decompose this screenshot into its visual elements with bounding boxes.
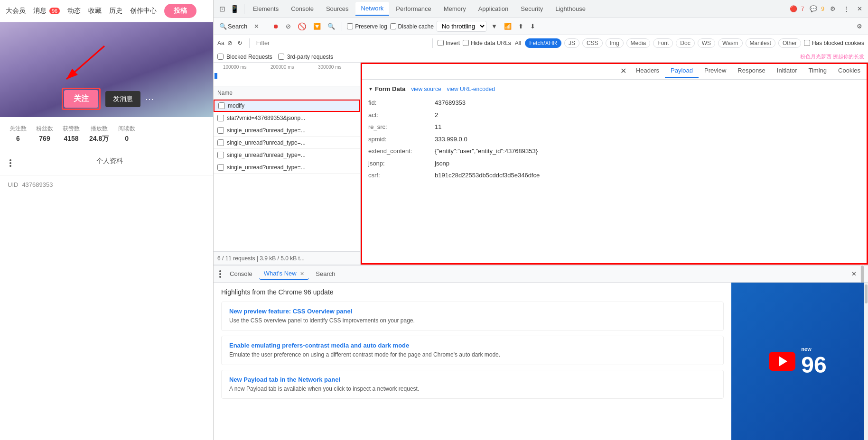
more-options-button[interactable]: ⋯ (145, 94, 154, 104)
bottom-panel-scroll[interactable] (860, 264, 864, 284)
has-blocked-cookies-label[interactable]: Has blocked cookies (804, 40, 864, 46)
nav-favorites[interactable]: 收藏 (88, 7, 102, 15)
bottom-tab-search[interactable]: Search (311, 268, 340, 279)
devtools-settings-right[interactable]: ⚙ (855, 21, 864, 32)
collapse-icon[interactable]: ▼ (368, 86, 373, 92)
invert-checkbox[interactable] (438, 40, 444, 46)
filter-fetch-xhr[interactable]: Fetch/XHR (525, 38, 561, 48)
view-url-encoded-link[interactable]: view URL-encoded (447, 86, 495, 92)
filter-img[interactable]: Img (606, 38, 624, 48)
tab-network[interactable]: Network (355, 2, 390, 16)
bottom-panel-handle[interactable] (217, 268, 223, 280)
third-party-label[interactable]: 3rd-party requests (278, 54, 333, 60)
filter-js[interactable]: JS (564, 38, 579, 48)
filter-ws[interactable]: WS (698, 38, 715, 48)
network-row-stat[interactable]: stat?vmid=437689353&jsonp... (214, 112, 360, 124)
chrome-update-link-2[interactable]: Enable emulating prefers-contrast media … (229, 342, 716, 349)
search-button[interactable]: 🔍 Search (217, 21, 249, 32)
more-tools-button[interactable]: ⋮ (841, 3, 851, 14)
nav-history[interactable]: 历史 (109, 7, 122, 15)
settings-button[interactable]: ⚙ (828, 3, 838, 14)
tab-lighthouse[interactable]: Lighthouse (550, 2, 591, 15)
tab-initiator[interactable]: Initiator (771, 64, 803, 78)
follow-button[interactable]: 关注 (64, 90, 98, 108)
row-checkbox-stat[interactable] (217, 115, 224, 121)
blocked-requests-label[interactable]: Blocked Requests (217, 54, 272, 60)
filter-button[interactable]: 🔽 (311, 21, 323, 32)
filter-manifest[interactable]: Manifest (746, 38, 775, 48)
network-row-unread1[interactable]: single_unread?unread_type=... (214, 124, 360, 137)
record-button[interactable]: ⏺ (271, 21, 281, 32)
tab-security[interactable]: Security (515, 2, 549, 15)
post-button[interactable]: 投稿 (164, 4, 196, 18)
close-detail-button[interactable]: ✕ (616, 64, 630, 77)
message-button[interactable]: 发消息 (105, 91, 140, 107)
disable-cache-label[interactable]: Disable cache (390, 23, 434, 30)
close-whats-new-tab[interactable]: ✕ (300, 271, 304, 276)
nav-creator[interactable]: 创作中心 (130, 7, 157, 15)
tab-performance[interactable]: Performance (390, 2, 437, 15)
all-filter[interactable]: All (515, 40, 521, 46)
network-row-unread3[interactable]: single_unread?unread_type=... (214, 149, 360, 161)
refresh-filter-btn[interactable]: ↻ (235, 37, 244, 48)
network-row-modify[interactable]: modify (214, 100, 360, 112)
filter-media[interactable]: Media (626, 38, 651, 48)
chrome-update-link-1[interactable]: New preview feature: CSS Overview panel (229, 308, 716, 315)
network-row-unread2[interactable]: single_unread?unread_type=... (214, 137, 360, 149)
upload-btn[interactable]: ⬆ (516, 21, 525, 32)
filter-wasm[interactable]: Wasm (718, 38, 743, 48)
clear-button[interactable]: 🚫 (296, 20, 308, 33)
row-name-modify: modify (228, 102, 244, 109)
tab-memory[interactable]: Memory (438, 2, 472, 15)
filter-font[interactable]: Font (653, 38, 673, 48)
row-checkbox-unread4[interactable] (217, 164, 224, 171)
tab-timing[interactable]: Timing (803, 64, 833, 78)
invert-label[interactable]: Invert (438, 40, 460, 46)
chrome-update-link-3[interactable]: New Payload tab in the Network panel (229, 376, 716, 383)
tab-payload[interactable]: Payload (665, 64, 699, 78)
nav-activity[interactable]: 动态 (67, 7, 81, 15)
hide-data-urls-checkbox[interactable] (463, 40, 469, 46)
search-network-button[interactable]: 🔍 (326, 21, 337, 32)
search-close-btn[interactable]: ✕ (252, 21, 261, 32)
hide-data-urls-label[interactable]: Hide data URLs (463, 40, 511, 46)
tab-preview[interactable]: Preview (699, 64, 732, 78)
disable-cache-checkbox[interactable] (390, 23, 396, 29)
tab-application[interactable]: Application (473, 2, 514, 15)
row-checkbox-modify[interactable] (218, 102, 225, 109)
bottom-tab-console[interactable]: Console (225, 268, 257, 279)
row-checkbox-unread1[interactable] (217, 127, 224, 134)
row-checkbox-unread3[interactable] (217, 152, 224, 158)
devtools-dock-btn[interactable]: ⊡ (217, 3, 227, 15)
third-party-checkbox[interactable] (278, 54, 284, 60)
section-handle[interactable] (8, 157, 13, 169)
tab-response[interactable]: Response (732, 64, 771, 78)
view-source-link[interactable]: view source (411, 86, 441, 92)
tab-elements[interactable]: Elements (247, 2, 284, 15)
close-devtools-button[interactable]: ✕ (855, 3, 864, 14)
filter-input[interactable] (254, 38, 428, 47)
tab-headers[interactable]: Headers (630, 64, 665, 78)
has-blocked-cookies-checkbox[interactable] (804, 40, 810, 46)
blocked-requests-checkbox[interactable] (217, 54, 224, 60)
network-row-unread4[interactable]: single_unread?unread_type=... (214, 161, 360, 174)
preserve-log-label[interactable]: Preserve log (347, 23, 387, 30)
nav-member[interactable]: 大会员 (6, 7, 26, 15)
throttle-dropdown-btn[interactable]: ▼ (489, 21, 499, 32)
yt-play-button[interactable] (769, 352, 795, 371)
tab-cookies[interactable]: Cookies (832, 64, 866, 78)
filter-other[interactable]: Other (778, 38, 801, 48)
throttle-select[interactable]: No throttling (437, 21, 486, 32)
tab-sources[interactable]: Sources (320, 2, 355, 15)
bottom-tab-whats-new[interactable]: What's New ✕ (259, 268, 309, 280)
nav-messages[interactable]: 消息 96 (33, 7, 60, 15)
filter-css[interactable]: CSS (582, 38, 603, 48)
devtools-mobile-btn[interactable]: 📱 (228, 3, 241, 15)
close-bottom-panel-button[interactable]: ✕ (849, 268, 859, 279)
row-checkbox-unread2[interactable] (217, 139, 224, 146)
download-btn[interactable]: ⬇ (528, 21, 537, 32)
tab-console[interactable]: Console (285, 2, 319, 15)
filter-doc[interactable]: Doc (676, 38, 694, 48)
stop-recording-button[interactable]: ⊘ (284, 21, 293, 32)
preserve-log-checkbox[interactable] (347, 23, 353, 29)
